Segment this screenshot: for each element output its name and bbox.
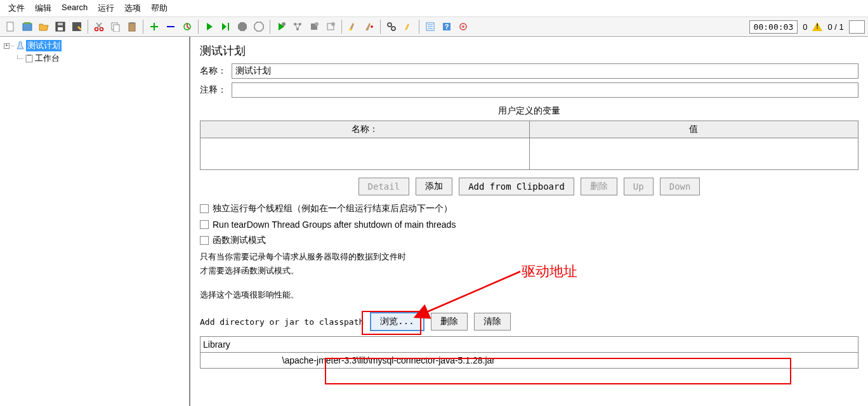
comment-input[interactable]	[232, 82, 858, 98]
name-label: 名称：	[200, 65, 232, 77]
function-icon[interactable]	[423, 19, 438, 34]
clear-all-icon[interactable]	[362, 19, 377, 34]
checkbox-icon[interactable]	[200, 236, 209, 245]
svg-point-22	[331, 22, 335, 26]
check-serial[interactable]: 独立运行每个线程组（例如在一个组运行结束后启动下一个）	[200, 203, 858, 214]
content-panel: 测试计划 名称： 注释： 用户定义的变量 名称： 值 Detail 添加 Add…	[190, 37, 868, 406]
note-line1: 只有当你需要记录每个请求从服务器取得的数据到文件时	[200, 251, 858, 263]
reset-search-icon[interactable]	[400, 19, 416, 34]
tree-panel: + ┄ 测试计划 └┄ 工作台	[0, 37, 190, 406]
tree-connector: └┄	[15, 55, 23, 62]
open-icon[interactable]	[36, 19, 51, 34]
workbench-icon	[25, 54, 34, 63]
check-functional-label: 函数测试模式	[213, 235, 266, 246]
copy-icon[interactable]	[108, 19, 123, 34]
svg-point-29	[462, 25, 464, 28]
svg-rect-12	[130, 22, 134, 24]
toggle-icon[interactable]	[180, 19, 195, 34]
remote-shutdown-icon[interactable]	[323, 19, 338, 34]
annotation-driver-text: 驱动地址	[522, 262, 577, 281]
gear-icon[interactable]	[456, 19, 471, 34]
down-button[interactable]: Down	[660, 178, 700, 195]
svg-point-20	[315, 22, 319, 26]
delete-jar-button[interactable]: 删除	[431, 313, 468, 331]
help-icon[interactable]: ?	[439, 19, 454, 34]
tree-child-row[interactable]: └┄ 工作台	[14, 52, 187, 65]
tree-item-workbench[interactable]: 工作台	[35, 53, 60, 64]
check-teardown[interactable]: Run tearDown Thread Groups after shutdow…	[200, 219, 858, 230]
toolbar: ? 00:00:03 0 0 / 1	[0, 17, 868, 37]
tree-connector: ┄	[11, 43, 15, 49]
templates-icon[interactable]	[20, 19, 35, 34]
test-plan-icon	[16, 41, 25, 50]
new-icon[interactable]	[3, 19, 18, 34]
search-icon[interactable]	[384, 19, 399, 34]
tree-root-row[interactable]: + ┄ 测试计划	[3, 39, 187, 52]
stop-icon[interactable]	[235, 19, 250, 34]
add-button[interactable]: 添加	[416, 178, 452, 195]
cut-icon[interactable]	[91, 19, 107, 34]
up-button[interactable]: Up	[624, 178, 654, 195]
checkbox-icon[interactable]	[200, 204, 209, 213]
vars-section-title: 用户定义的变量	[200, 105, 858, 117]
svg-rect-31	[27, 55, 31, 56]
add-clipboard-button[interactable]: Add from Clipboard	[459, 178, 574, 195]
delete-button[interactable]: 删除	[581, 178, 617, 195]
tree-item-testplan[interactable]: 测试计划	[26, 40, 62, 51]
start-icon[interactable]	[202, 19, 217, 34]
clear-icon[interactable]	[345, 19, 360, 34]
remote-start-icon[interactable]	[273, 19, 289, 34]
col-value: 值	[529, 121, 858, 138]
remote-stop-icon[interactable]	[306, 19, 322, 34]
warning-icon	[812, 22, 822, 31]
svg-rect-5	[58, 23, 63, 25]
menu-search[interactable]: Search	[56, 1, 93, 15]
svg-text:?: ?	[445, 23, 449, 30]
menu-file[interactable]: 文件	[3, 1, 30, 15]
name-input[interactable]	[232, 63, 858, 79]
menu-edit[interactable]: 编辑	[30, 1, 56, 15]
menu-options[interactable]: 选项	[119, 1, 146, 15]
menu-run[interactable]: 运行	[93, 1, 119, 15]
svg-rect-2	[24, 22, 30, 24]
status-indicator	[849, 20, 865, 34]
checkbox-icon[interactable]	[200, 220, 209, 229]
save-as-icon[interactable]	[69, 19, 84, 34]
expand-icon[interactable]	[147, 19, 162, 34]
svg-rect-4	[58, 27, 63, 30]
expander-icon[interactable]: +	[4, 43, 10, 49]
note-line3: 选择这个选项很影响性能。	[200, 289, 858, 301]
svg-rect-10	[114, 25, 119, 32]
toolbar-status: 00:00:03 0 0 / 1	[749, 20, 865, 34]
vars-table: 名称： 值	[200, 121, 858, 170]
detail-button[interactable]: Detail	[358, 178, 410, 195]
svg-rect-14	[228, 23, 229, 30]
clear-button[interactable]: 清除	[474, 313, 511, 331]
check-serial-label: 独立运行每个线程组（例如在一个组运行结束后启动下一个）	[213, 203, 452, 214]
svg-rect-30	[26, 55, 32, 62]
menubar: 文件 编辑 Search 运行 选项 帮助	[0, 0, 868, 17]
menu-help[interactable]: 帮助	[146, 1, 173, 15]
check-functional[interactable]: 函数测试模式	[200, 235, 858, 246]
library-header: Library	[201, 337, 858, 353]
vars-button-row: Detail 添加 Add from Clipboard 删除 Up Down	[200, 178, 858, 195]
annotation-box-browse	[362, 311, 421, 335]
collapse-icon[interactable]	[163, 19, 178, 34]
start-no-pause-icon[interactable]	[218, 19, 233, 34]
save-icon[interactable]	[53, 19, 68, 34]
comment-label: 注释：	[200, 84, 232, 96]
thread-ratio: 0 / 1	[827, 22, 843, 32]
check-teardown-label: Run tearDown Thread Groups after shutdow…	[213, 219, 456, 230]
timer: 00:00:03	[749, 20, 798, 34]
remote-start-all-icon[interactable]	[290, 19, 305, 34]
col-name: 名称：	[201, 121, 530, 138]
annotation-box-library	[325, 358, 791, 384]
classpath-row: Add directory or jar to classpath 浏览... …	[200, 312, 858, 331]
shutdown-icon[interactable]	[251, 19, 266, 34]
classpath-label: Add directory or jar to classpath	[200, 317, 364, 327]
table-row[interactable]	[201, 138, 858, 170]
svg-point-15	[282, 22, 286, 26]
warn-count: 0	[803, 22, 807, 32]
panel-title: 测试计划	[200, 43, 858, 58]
paste-icon[interactable]	[124, 19, 140, 34]
